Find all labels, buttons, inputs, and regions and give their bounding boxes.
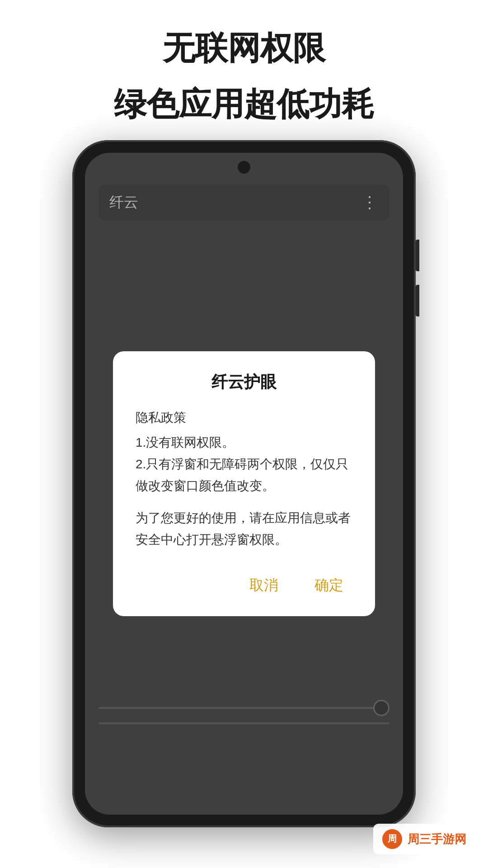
- header-line1: 无联网权限: [0, 27, 488, 70]
- dialog-box: 纤云护眼 隐私政策 1.没有联网权限。 2.只有浮窗和无障碍两个权限，仅仅只做改…: [113, 351, 375, 617]
- dialog-notice: 为了您更好的使用，请在应用信息或者安全中心打开悬浮窗权限。: [136, 507, 352, 550]
- svg-text:周: 周: [387, 834, 397, 844]
- camera-notch: [238, 161, 250, 174]
- volume-up-button: [416, 240, 419, 271]
- dialog-point2: 2.只有浮窗和无障碍两个权限，仅仅只做改变窗口颜色值改变。: [136, 453, 352, 496]
- cancel-button[interactable]: 取消: [240, 571, 287, 600]
- phone-mockup: 纤云 ⋮ 纤云护眼 隐私政策 1.没有联网权限。 2.只有浮窗和无障碍: [72, 140, 416, 827]
- phone-shell: 纤云 ⋮ 纤云护眼 隐私政策 1.没有联网权限。 2.只有浮窗和无障碍: [72, 140, 416, 827]
- dialog-overlay: 纤云护眼 隐私政策 1.没有联网权限。 2.只有浮窗和无障碍两个权限，仅仅只做改…: [85, 153, 403, 815]
- dialog-title: 纤云护眼: [136, 371, 352, 393]
- dialog-point1: 1.没有联网权限。: [136, 432, 352, 453]
- privacy-title: 隐私政策: [136, 407, 352, 429]
- dialog-actions: 取消 确定: [136, 566, 352, 600]
- header-line2: 绿色应用超低功耗: [0, 83, 488, 126]
- header-text: 无联网权限 绿色应用超低功耗: [0, 27, 488, 125]
- dialog-body: 隐私政策 1.没有联网权限。 2.只有浮窗和无障碍两个权限，仅仅只做改变窗口颜色…: [136, 407, 352, 551]
- confirm-button[interactable]: 确定: [305, 571, 352, 600]
- watermark-logo-icon: 周: [381, 828, 403, 850]
- volume-down-button: [416, 285, 419, 316]
- watermark: 周 周三手游网: [373, 824, 474, 854]
- phone-screen: 纤云 ⋮ 纤云护眼 隐私政策 1.没有联网权限。 2.只有浮窗和无障碍: [85, 153, 403, 815]
- watermark-text: 周三手游网: [408, 831, 466, 847]
